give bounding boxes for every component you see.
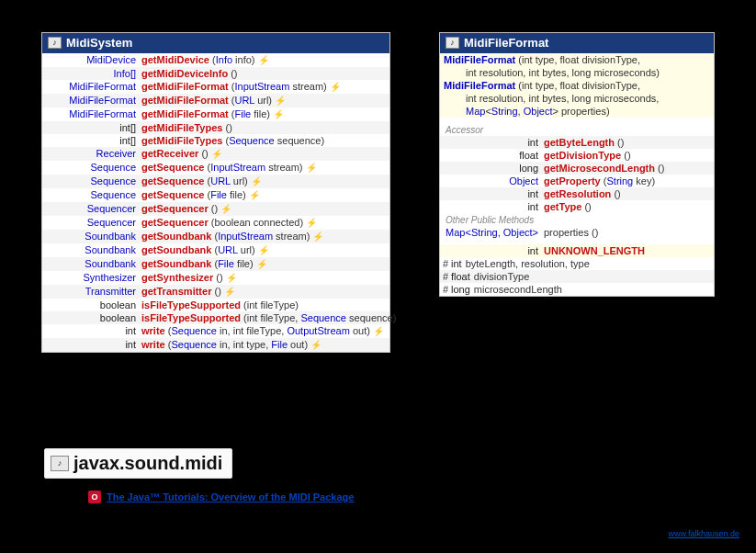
class-header: MidiSystem <box>42 33 389 53</box>
method-row: MidiFileFormatgetMidiFileFormat (InputSt… <box>42 80 389 94</box>
class-midisystem: MidiSystem MidiDevicegetMidiDevice (Info… <box>41 32 390 353</box>
return-type: Sequencer <box>42 216 141 229</box>
return-type: Sequence <box>42 188 141 201</box>
method-row: intwrite (Sequence in, int type, File ou… <box>42 338 389 352</box>
section-accessor: Accessor <box>440 123 714 136</box>
method-list: MidiDevicegetMidiDevice (Info info) ⚡Inf… <box>42 53 389 352</box>
class-midifileformat: MidiFileFormat MidiFileFormat (int type,… <box>439 32 715 297</box>
method-signature: getMicrosecondLength () <box>544 162 710 175</box>
constructor-row: MidiFileFormat (int type, float division… <box>440 53 714 66</box>
method-signature: properties () <box>544 226 710 239</box>
return-type: Transmitter <box>42 285 141 298</box>
return-type: int <box>42 338 141 351</box>
return-type: long <box>440 162 544 175</box>
method-signature: getSequence (InputStream stream) ⚡ <box>141 161 386 175</box>
method-row: intwrite (Sequence in, int fileType, Out… <box>42 324 389 338</box>
method-signature: getProperty (String key) <box>544 175 710 187</box>
method-row: ReceivergetReceiver () ⚡ <box>42 147 389 161</box>
method-row: int[]getMidiFileTypes () <box>42 121 389 134</box>
method-signature: getByteLength () <box>544 136 710 149</box>
method-row: Info[]getMidiDeviceInfo () <box>42 67 389 80</box>
section-other: Other Public Methods <box>440 213 714 226</box>
constant-row: intUNKNOWN_LENGTH <box>440 244 714 257</box>
method-row: int[]getMidiFileTypes (Sequence sequence… <box>42 134 389 147</box>
method-signature: isFileTypeSupported (int fileType) <box>141 299 386 311</box>
tutorial-link-row: O The Java™ Tutorials: Overview of the M… <box>88 491 354 503</box>
method-signature: getMidiFileTypes (Sequence sequence) <box>141 134 386 147</box>
class-icon <box>446 37 459 49</box>
return-type: int <box>42 324 141 337</box>
method-row: SoundbankgetSoundbank (URL url) ⚡ <box>42 243 389 257</box>
package-label: javax.sound.midi <box>44 448 232 479</box>
method-signature: getSequencer () ⚡ <box>141 202 386 216</box>
method-signature: getSoundbank (InputStream stream) ⚡ <box>141 230 386 243</box>
return-type: int <box>440 187 544 200</box>
constructor-row: MidiFileFormat (int type, float division… <box>440 79 714 92</box>
return-type: MidiFileFormat <box>42 94 141 107</box>
return-type: boolean <box>42 311 141 324</box>
package-name: javax.sound.midi <box>73 453 222 474</box>
method-signature: getMidiDeviceInfo () <box>141 67 386 80</box>
method-row: SequencegetSequence (File file) ⚡ <box>42 188 389 202</box>
method-row: SynthesizergetSynthesizer () ⚡ <box>42 271 389 285</box>
method-signature: getSequence (URL url) ⚡ <box>141 175 386 188</box>
method-signature: getType () <box>544 200 710 213</box>
class-title: MidiFileFormat <box>464 36 548 50</box>
method-signature: getSoundbank (URL url) ⚡ <box>141 243 386 257</box>
method-signature: getMidiDevice (Info info) ⚡ <box>141 53 386 67</box>
return-type: Receiver <box>42 147 141 160</box>
field-row: #floatdivisionType <box>440 270 714 283</box>
method-signature: getSequencer (boolean connected) ⚡ <box>141 216 386 230</box>
package-icon <box>51 456 69 471</box>
return-type: Sequence <box>42 161 141 174</box>
method-signature: getMidiFileFormat (File file) ⚡ <box>141 107 386 121</box>
return-type: Sequence <box>42 175 141 187</box>
constructor-row: Map<String, Object> properties) <box>440 105 714 118</box>
return-type: MidiFileFormat <box>42 107 141 120</box>
return-type: Soundbank <box>42 243 141 256</box>
return-type: float <box>440 149 544 162</box>
method-row: ObjectgetProperty (String key) <box>440 175 714 187</box>
oracle-icon: O <box>88 491 101 503</box>
return-type: MidiDevice <box>42 53 141 66</box>
method-row: SequencergetSequencer () ⚡ <box>42 202 389 216</box>
method-row: longgetMicrosecondLength () <box>440 162 714 175</box>
return-type: MidiFileFormat <box>42 80 141 93</box>
return-type: int[] <box>42 134 141 147</box>
method-row: MidiFileFormatgetMidiFileFormat (File fi… <box>42 107 389 121</box>
return-type: Synthesizer <box>42 271 141 284</box>
return-type: Object <box>440 175 544 187</box>
return-type: Soundbank <box>42 230 141 243</box>
class-title: MidiSystem <box>66 36 132 50</box>
return-type: Soundbank <box>42 257 141 270</box>
method-row: SequencergetSequencer (boolean connected… <box>42 216 389 230</box>
method-row: MidiDevicegetMidiDevice (Info info) ⚡ <box>42 53 389 67</box>
tutorial-link[interactable]: The Java™ Tutorials: Overview of the MID… <box>107 491 354 502</box>
method-signature: getMidiFileFormat (URL url) ⚡ <box>141 94 386 107</box>
method-signature: getResolution () <box>544 187 710 200</box>
field-row: #longmicrosecondLength <box>440 283 714 296</box>
method-row: SequencegetSequence (InputStream stream)… <box>42 161 389 175</box>
method-signature: getSynthesizer () ⚡ <box>141 271 386 285</box>
method-row: booleanisFileTypeSupported (int fileType… <box>42 299 389 311</box>
method-signature: getReceiver () ⚡ <box>141 147 386 161</box>
method-row: MidiFileFormatgetMidiFileFormat (URL url… <box>42 94 389 107</box>
method-signature: write (Sequence in, int fileType, Output… <box>141 324 386 338</box>
method-signature: getMidiFileTypes () <box>141 121 386 134</box>
method-row: intgetResolution () <box>440 187 714 200</box>
method-signature: getTransmitter () ⚡ <box>141 285 386 299</box>
method-row: TransmittergetTransmitter () ⚡ <box>42 285 389 299</box>
constructor-row: int resolution, int bytes, long microsec… <box>440 92 714 105</box>
class-body: MidiFileFormat (int type, float division… <box>440 53 714 296</box>
method-signature: isFileTypeSupported (int fileType, Seque… <box>141 311 396 324</box>
method-row: Map<String, Object>properties () <box>440 226 714 239</box>
method-row: intgetType () <box>440 200 714 213</box>
method-row: SequencegetSequence (URL url) ⚡ <box>42 175 389 188</box>
return-type: int[] <box>42 121 141 134</box>
footer-link[interactable]: www.falkhausen.de <box>668 529 739 538</box>
return-type: Info[] <box>42 67 141 80</box>
return-type: Map<String, Object> <box>440 226 544 239</box>
method-signature: getSoundbank (File file) ⚡ <box>141 257 386 271</box>
class-icon <box>48 37 62 49</box>
class-header: MidiFileFormat <box>440 33 714 53</box>
